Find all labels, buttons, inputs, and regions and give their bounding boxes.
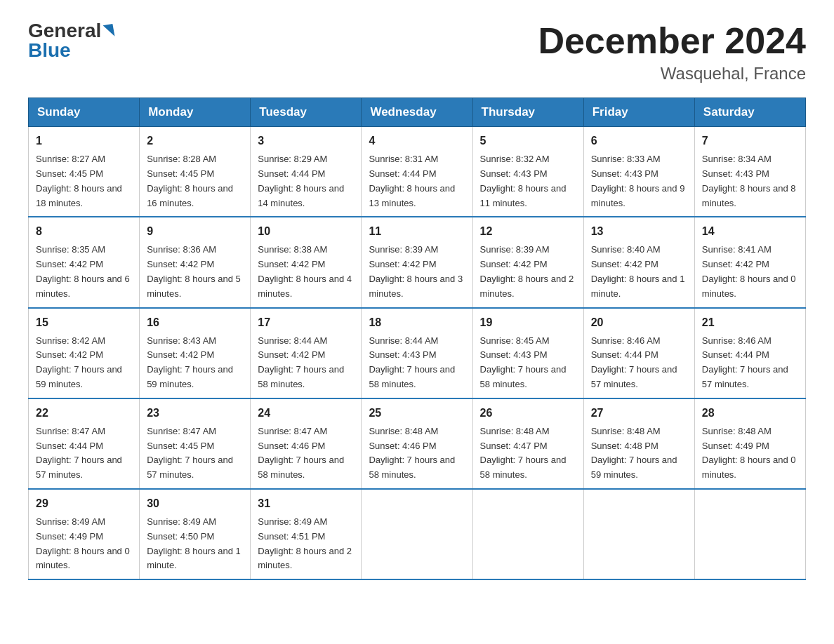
calendar-day-cell: 12 Sunrise: 8:39 AM Sunset: 4:42 PM Dayl… (472, 217, 583, 307)
day-number: 17 (258, 314, 354, 331)
calendar-day-cell: 11 Sunrise: 8:39 AM Sunset: 4:42 PM Dayl… (362, 217, 472, 307)
day-number: 22 (36, 405, 132, 422)
calendar-day-cell: 2 Sunrise: 8:28 AM Sunset: 4:45 PM Dayli… (140, 127, 251, 217)
day-number: 26 (480, 405, 576, 422)
col-sunday: Sunday (29, 98, 140, 127)
logo-triangle-icon (103, 24, 115, 38)
day-number: 7 (702, 133, 798, 149)
day-info: Sunrise: 8:32 AM Sunset: 4:43 PM Dayligh… (480, 152, 576, 210)
calendar-day-cell (583, 489, 694, 579)
calendar-day-cell: 6 Sunrise: 8:33 AM Sunset: 4:43 PM Dayli… (583, 127, 694, 217)
day-info: Sunrise: 8:46 AM Sunset: 4:44 PM Dayligh… (702, 334, 798, 392)
day-number: 23 (147, 405, 243, 422)
day-info: Sunrise: 8:48 AM Sunset: 4:47 PM Dayligh… (480, 424, 576, 483)
day-number: 6 (591, 133, 687, 149)
day-number: 18 (369, 314, 465, 331)
day-number: 15 (36, 314, 132, 331)
day-number: 5 (480, 133, 576, 149)
calendar-day-cell: 22 Sunrise: 8:47 AM Sunset: 4:44 PM Dayl… (29, 398, 140, 489)
location-text: Wasquehal, France (538, 64, 806, 83)
calendar-day-cell: 25 Sunrise: 8:48 AM Sunset: 4:46 PM Dayl… (362, 398, 472, 489)
day-number: 25 (369, 405, 465, 422)
col-thursday: Thursday (472, 98, 583, 127)
calendar-day-cell (362, 489, 472, 579)
day-number: 9 (147, 223, 243, 240)
calendar-day-cell: 13 Sunrise: 8:40 AM Sunset: 4:42 PM Dayl… (583, 217, 694, 307)
day-info: Sunrise: 8:44 AM Sunset: 4:42 PM Dayligh… (258, 334, 354, 392)
day-info: Sunrise: 8:45 AM Sunset: 4:43 PM Dayligh… (480, 334, 576, 392)
day-info: Sunrise: 8:36 AM Sunset: 4:42 PM Dayligh… (147, 243, 243, 301)
day-info: Sunrise: 8:47 AM Sunset: 4:46 PM Dayligh… (258, 424, 354, 483)
calendar-day-cell: 30 Sunrise: 8:49 AM Sunset: 4:50 PM Dayl… (140, 489, 251, 579)
day-info: Sunrise: 8:48 AM Sunset: 4:49 PM Dayligh… (702, 424, 798, 483)
calendar-week-row: 15 Sunrise: 8:42 AM Sunset: 4:42 PM Dayl… (29, 308, 806, 398)
day-info: Sunrise: 8:49 AM Sunset: 4:51 PM Dayligh… (258, 515, 354, 573)
day-info: Sunrise: 8:46 AM Sunset: 4:44 PM Dayligh… (591, 334, 687, 392)
calendar-day-cell: 31 Sunrise: 8:49 AM Sunset: 4:51 PM Dayl… (251, 489, 362, 579)
day-number: 10 (258, 223, 354, 240)
day-info: Sunrise: 8:47 AM Sunset: 4:45 PM Dayligh… (147, 424, 243, 483)
day-info: Sunrise: 8:35 AM Sunset: 4:42 PM Dayligh… (36, 243, 132, 301)
day-number: 3 (258, 133, 354, 149)
col-monday: Monday (140, 98, 251, 127)
day-number: 29 (36, 495, 132, 512)
day-info: Sunrise: 8:34 AM Sunset: 4:43 PM Dayligh… (702, 152, 798, 210)
day-info: Sunrise: 8:29 AM Sunset: 4:44 PM Dayligh… (258, 152, 354, 210)
calendar-day-cell: 17 Sunrise: 8:44 AM Sunset: 4:42 PM Dayl… (251, 308, 362, 398)
day-number: 24 (258, 405, 354, 422)
day-number: 31 (258, 495, 354, 512)
calendar-table: Sunday Monday Tuesday Wednesday Thursday… (28, 98, 806, 580)
day-number: 30 (147, 495, 243, 512)
col-wednesday: Wednesday (362, 98, 472, 127)
day-info: Sunrise: 8:48 AM Sunset: 4:48 PM Dayligh… (591, 424, 687, 483)
calendar-day-cell: 10 Sunrise: 8:38 AM Sunset: 4:42 PM Dayl… (251, 217, 362, 307)
col-tuesday: Tuesday (251, 98, 362, 127)
logo: General Blue (28, 21, 114, 60)
day-info: Sunrise: 8:40 AM Sunset: 4:42 PM Dayligh… (591, 243, 687, 301)
calendar-day-cell: 18 Sunrise: 8:44 AM Sunset: 4:43 PM Dayl… (362, 308, 472, 398)
day-info: Sunrise: 8:38 AM Sunset: 4:42 PM Dayligh… (258, 243, 354, 301)
calendar-week-row: 29 Sunrise: 8:49 AM Sunset: 4:49 PM Dayl… (29, 489, 806, 579)
calendar-day-cell: 15 Sunrise: 8:42 AM Sunset: 4:42 PM Dayl… (29, 308, 140, 398)
calendar-day-cell: 28 Sunrise: 8:48 AM Sunset: 4:49 PM Dayl… (694, 398, 805, 489)
day-number: 12 (480, 223, 576, 240)
month-title: December 2024 (538, 21, 806, 61)
calendar-day-cell: 26 Sunrise: 8:48 AM Sunset: 4:47 PM Dayl… (472, 398, 583, 489)
col-friday: Friday (583, 98, 694, 127)
calendar-day-cell: 1 Sunrise: 8:27 AM Sunset: 4:45 PM Dayli… (29, 127, 140, 217)
day-info: Sunrise: 8:42 AM Sunset: 4:42 PM Dayligh… (36, 334, 132, 392)
day-info: Sunrise: 8:43 AM Sunset: 4:42 PM Dayligh… (147, 334, 243, 392)
day-number: 16 (147, 314, 243, 331)
calendar-week-row: 1 Sunrise: 8:27 AM Sunset: 4:45 PM Dayli… (29, 127, 806, 217)
day-number: 19 (480, 314, 576, 331)
day-info: Sunrise: 8:39 AM Sunset: 4:42 PM Dayligh… (480, 243, 576, 301)
calendar-day-cell: 21 Sunrise: 8:46 AM Sunset: 4:44 PM Dayl… (694, 308, 805, 398)
calendar-day-cell: 29 Sunrise: 8:49 AM Sunset: 4:49 PM Dayl… (29, 489, 140, 579)
calendar-day-cell: 19 Sunrise: 8:45 AM Sunset: 4:43 PM Dayl… (472, 308, 583, 398)
day-info: Sunrise: 8:47 AM Sunset: 4:44 PM Dayligh… (36, 424, 132, 483)
title-section: December 2024 Wasquehal, France (538, 21, 806, 83)
calendar-day-cell: 14 Sunrise: 8:41 AM Sunset: 4:42 PM Dayl… (694, 217, 805, 307)
day-number: 11 (369, 223, 465, 240)
day-info: Sunrise: 8:39 AM Sunset: 4:42 PM Dayligh… (369, 243, 465, 301)
calendar-day-cell: 20 Sunrise: 8:46 AM Sunset: 4:44 PM Dayl… (583, 308, 694, 398)
day-number: 1 (36, 133, 132, 149)
calendar-day-cell: 3 Sunrise: 8:29 AM Sunset: 4:44 PM Dayli… (251, 127, 362, 217)
day-info: Sunrise: 8:44 AM Sunset: 4:43 PM Dayligh… (369, 334, 465, 392)
day-info: Sunrise: 8:41 AM Sunset: 4:42 PM Dayligh… (702, 243, 798, 301)
logo-general-text: General (28, 21, 101, 41)
day-number: 21 (702, 314, 798, 331)
calendar-day-cell (472, 489, 583, 579)
calendar-body: 1 Sunrise: 8:27 AM Sunset: 4:45 PM Dayli… (29, 127, 806, 579)
calendar-day-cell: 5 Sunrise: 8:32 AM Sunset: 4:43 PM Dayli… (472, 127, 583, 217)
col-saturday: Saturday (694, 98, 805, 127)
day-number: 28 (702, 405, 798, 422)
calendar-day-cell: 7 Sunrise: 8:34 AM Sunset: 4:43 PM Dayli… (694, 127, 805, 217)
page-header: General Blue December 2024 Wasquehal, Fr… (28, 21, 806, 83)
day-number: 14 (702, 223, 798, 240)
logo-blue-text: Blue (28, 41, 71, 60)
calendar-day-cell: 16 Sunrise: 8:43 AM Sunset: 4:42 PM Dayl… (140, 308, 251, 398)
calendar-day-cell: 27 Sunrise: 8:48 AM Sunset: 4:48 PM Dayl… (583, 398, 694, 489)
calendar-day-cell: 24 Sunrise: 8:47 AM Sunset: 4:46 PM Dayl… (251, 398, 362, 489)
day-number: 8 (36, 223, 132, 240)
